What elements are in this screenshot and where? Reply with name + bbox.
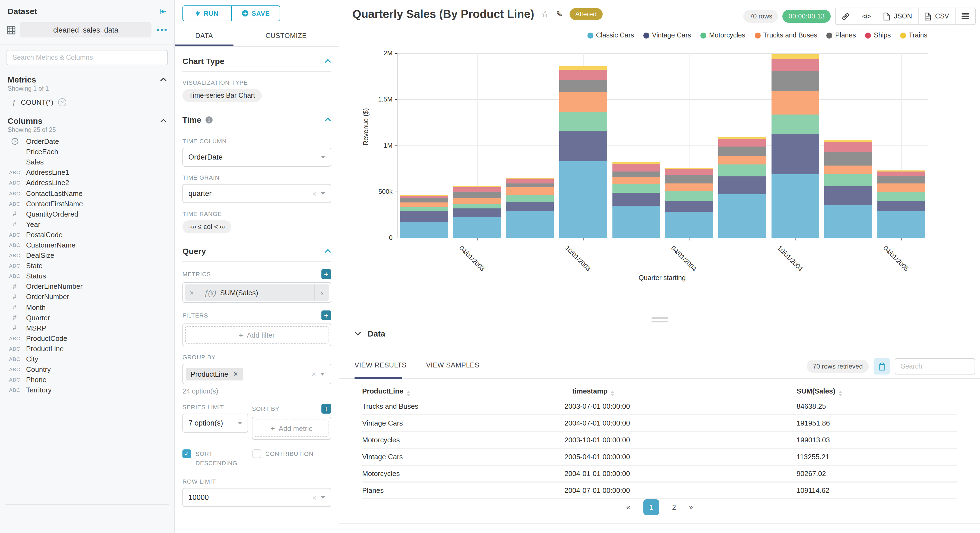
bar-segment — [559, 70, 607, 80]
add-metric-button[interactable]: + — [321, 269, 331, 279]
bar-segment — [400, 196, 448, 198]
column-list-item[interactable]: ABCState — [0, 261, 174, 271]
tab-view-samples[interactable]: VIEW SAMPLES — [426, 361, 479, 374]
column-list-item[interactable]: #Month — [0, 302, 174, 312]
tab-data[interactable]: DATA — [175, 29, 234, 46]
clear-icon[interactable]: × — [312, 370, 316, 378]
run-button[interactable]: RUN — [183, 6, 231, 21]
column-list-item[interactable]: ABCCity — [0, 354, 174, 364]
query-section-title: Query — [183, 247, 206, 256]
tab-view-results[interactable]: VIEW RESULTS — [355, 361, 407, 374]
legend-item[interactable]: Trains — [900, 32, 928, 39]
edit-properties-icon[interactable]: ✎ — [556, 9, 563, 19]
contribution-checkbox[interactable] — [253, 449, 261, 458]
column-list-item[interactable]: #Quarter — [0, 312, 174, 323]
chevron-down-icon[interactable] — [355, 332, 361, 336]
add-filter-dropzone[interactable]: +Add filter — [185, 326, 328, 344]
column-list-item[interactable]: ABCAddressLine1 — [0, 167, 174, 178]
legend-item[interactable]: Motorcycles — [700, 32, 745, 39]
column-name: Territory — [26, 386, 52, 394]
legend-item[interactable]: Ships — [865, 32, 891, 39]
results-search-input[interactable] — [895, 358, 975, 374]
column-header[interactable]: SUM(Sales) — [797, 387, 957, 396]
chevron-up-icon[interactable] — [160, 78, 167, 81]
column-list-item[interactable]: #OrderNumber — [0, 292, 174, 302]
column-list-item[interactable]: ABCDealSize — [0, 250, 174, 261]
x-axis-tick-label: 04/01/2005 — [882, 244, 910, 273]
column-list-item[interactable]: ABCContactFirstName — [0, 198, 174, 209]
legend-dot-icon — [700, 32, 706, 38]
dataset-name[interactable]: cleaned_sales_data — [20, 22, 151, 37]
bar-segment — [772, 174, 819, 238]
column-list-item[interactable]: ABCCustomerName — [0, 240, 174, 250]
export-csv-button[interactable]: .CSV — [918, 8, 955, 24]
chevron-up-icon[interactable] — [325, 59, 331, 63]
chevron-up-icon[interactable] — [325, 118, 331, 122]
column-list-item[interactable]: #MSRP — [0, 323, 174, 333]
time-column-select[interactable]: OrderDate — [183, 148, 331, 167]
column-list-item[interactable]: ABCContactLastName — [0, 188, 174, 198]
control-panel: RUN SAVE DATA CUSTOMIZE Chart Type VISUA… — [175, 0, 339, 533]
column-list-item[interactable]: ABCProductLine — [0, 344, 174, 354]
column-list-item[interactable]: ABCStatus — [0, 271, 174, 281]
column-list-item[interactable]: ABCTerritory — [0, 385, 174, 395]
tab-customize[interactable]: CUSTOMIZE — [234, 29, 339, 46]
remove-chip-icon[interactable]: ✕ — [233, 371, 238, 377]
column-list-item[interactable]: ABCPhone — [0, 374, 174, 385]
column-header[interactable]: ProductLine — [362, 387, 565, 396]
column-list-item[interactable]: ABCAddressLine2 — [0, 178, 174, 188]
column-list-item[interactable]: #QuantityOrdered — [0, 209, 174, 219]
legend-item[interactable]: Trucks and Buses — [754, 32, 817, 39]
export-json-button[interactable]: .JSON — [877, 8, 918, 24]
legend-item[interactable]: Classic Cars — [587, 32, 634, 39]
series-limit-select[interactable]: 7 option(s) — [183, 414, 248, 433]
embed-code-button[interactable]: </> — [856, 8, 877, 24]
stacked-bar-chart: 0500k1M1.5M2M04/01/200310/01/200304/01/2… — [397, 53, 928, 238]
chevron-right-icon[interactable]: › — [314, 285, 329, 301]
bar-segment — [506, 195, 554, 202]
legend-item[interactable]: Vintage Cars — [643, 32, 691, 39]
add-sort-metric-dropzone[interactable]: +Add metric — [255, 420, 328, 437]
groupby-chip[interactable]: ProductLine✕ — [186, 368, 243, 380]
clear-icon[interactable]: × — [312, 189, 317, 198]
sidebar-search-input[interactable] — [6, 50, 168, 65]
time-range-value[interactable]: -∞ ≤ col < ∞ — [183, 220, 231, 233]
column-name: OrderNumber — [26, 293, 69, 301]
metric-chip[interactable]: × ƒ(x)SUM(Sales) › — [185, 285, 329, 301]
legend-item[interactable]: Planes — [826, 32, 856, 39]
column-header[interactable]: __timestamp — [565, 387, 797, 396]
pagination-next[interactable]: » — [689, 503, 693, 511]
metric-list-item[interactable]: ƒ COUNT(*) ? — [0, 95, 174, 108]
collapse-sidebar-icon[interactable] — [159, 7, 167, 15]
sort-descending-checkbox[interactable]: ✓ — [183, 449, 191, 458]
column-list-item[interactable]: #OrderLineNumber — [0, 282, 174, 292]
favorite-star-icon[interactable]: ☆ — [541, 8, 549, 20]
pagination-page-2[interactable]: 2 — [672, 503, 676, 511]
viz-type-value[interactable]: Time-series Bar Chart — [183, 89, 262, 102]
column-list-item[interactable]: ABCCountry — [0, 364, 174, 374]
pagination-page-1[interactable]: 1 — [643, 500, 659, 515]
bar-segment — [453, 198, 501, 204]
add-filter-button[interactable]: + — [321, 310, 331, 320]
remove-metric-icon[interactable]: × — [185, 285, 199, 301]
save-button[interactable]: SAVE — [231, 6, 280, 21]
chevron-up-icon[interactable] — [325, 249, 331, 253]
copy-to-clipboard-button[interactable] — [873, 358, 890, 374]
column-list-item[interactable]: ABCProductCode — [0, 333, 174, 344]
clear-icon[interactable]: × — [312, 493, 317, 502]
share-link-button[interactable] — [835, 8, 856, 24]
panel-resize-handle[interactable] — [652, 317, 668, 322]
column-list-item[interactable]: OrderDate — [0, 136, 174, 146]
column-name: ProductLine — [26, 345, 64, 353]
column-list-item[interactable]: #Year — [0, 219, 174, 229]
time-grain-select[interactable]: quarter × — [183, 184, 331, 203]
column-list-item[interactable]: ABCPostalCode — [0, 229, 174, 240]
chevron-up-icon[interactable] — [160, 119, 167, 123]
pagination-prev[interactable]: « — [626, 503, 630, 511]
column-list-item[interactable]: Sales — [0, 157, 174, 167]
add-sort-metric-button[interactable]: + — [321, 404, 331, 414]
more-options-menu[interactable] — [955, 8, 975, 24]
dataset-more-menu[interactable] — [156, 29, 168, 31]
column-list-item[interactable]: PriceEach — [0, 146, 174, 157]
row-limit-select[interactable]: 10000 × — [183, 488, 331, 507]
